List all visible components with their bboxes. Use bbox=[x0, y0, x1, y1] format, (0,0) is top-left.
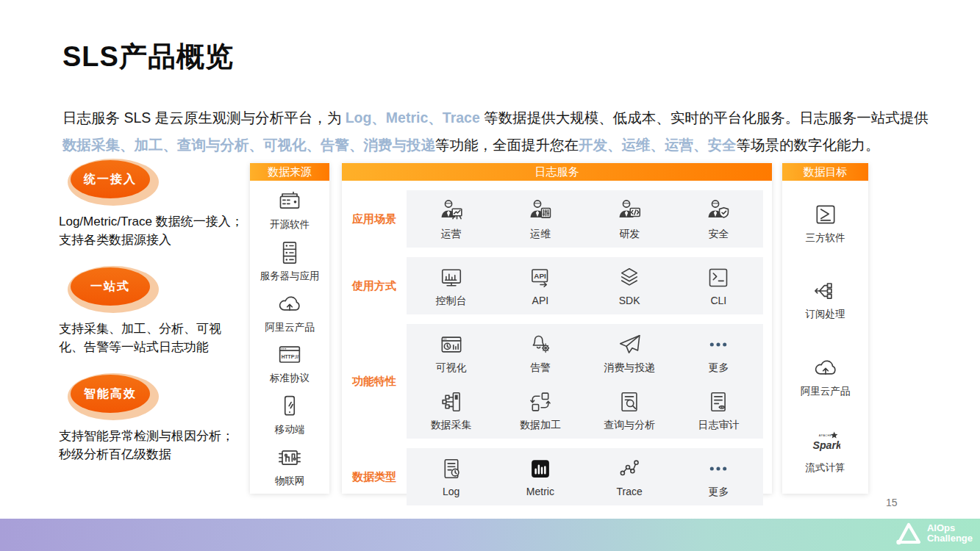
log-service-panel: 日志服务 应用场景运营运维研发安全使用方式控制台APIAPISDKCLI功能特性… bbox=[342, 163, 772, 494]
item-物联网: 物联网 bbox=[275, 443, 305, 488]
service-row-应用场景: 应用场景运营运维研发安全 bbox=[342, 190, 763, 248]
feature-badge: 一站式 bbox=[68, 266, 159, 313]
item-移动端: 移动端 bbox=[275, 392, 305, 436]
badge-label: 统一接入 bbox=[71, 160, 150, 198]
item-label: 运维 bbox=[530, 228, 551, 241]
feature-description: 支持采集、加工、分析、可视化、告警等一站式日志功能 bbox=[59, 320, 244, 356]
subscribe-icon bbox=[811, 276, 840, 306]
item-label: 告警 bbox=[530, 361, 551, 375]
metric-bars-icon bbox=[526, 455, 554, 483]
feature-smart-efficient: 智能高效 支持智能异常检测与根因分析；秒级分析百亿级数据 bbox=[59, 373, 244, 464]
item-label: SDK bbox=[619, 295, 640, 306]
item-label: 流式计算 bbox=[806, 461, 845, 475]
data-sources-list: 开源软件服务器与应用阿里云产品HTTP://标准协议移动端物联网 bbox=[250, 181, 329, 494]
radio-icon bbox=[275, 187, 304, 216]
person-shield-icon bbox=[704, 197, 732, 225]
item-运营: 运营 bbox=[407, 197, 496, 241]
item-日志审计: 日志审计 bbox=[674, 388, 763, 432]
item-label: API bbox=[532, 295, 549, 306]
item-label: 订阅处理 bbox=[806, 308, 845, 321]
feature-description: Log/Metric/Trace 数据统一接入；支持各类数据源接入 bbox=[59, 213, 244, 249]
more-dots-icon bbox=[704, 455, 732, 483]
third-party-icon bbox=[811, 200, 840, 229]
svg-text:HTTP://: HTTP:// bbox=[282, 354, 298, 359]
footer-bar: AIOps Challenge bbox=[0, 519, 980, 551]
service-row-功能特性: 功能特性可视化告警消费与投递更多数据采集数据加工查询与分析日志审计 bbox=[342, 324, 763, 439]
item-label: 数据采集 bbox=[431, 419, 472, 432]
item-订阅处理: 订阅处理 bbox=[806, 276, 845, 321]
item-查询与分析: 查询与分析 bbox=[585, 388, 674, 432]
item-label: 查询与分析 bbox=[604, 419, 655, 432]
aiops-triangle-icon bbox=[895, 522, 922, 545]
item-label: 数据加工 bbox=[520, 419, 561, 432]
cli-icon bbox=[704, 264, 732, 292]
item-label: 三方软件 bbox=[806, 231, 845, 245]
data-transform-icon bbox=[526, 388, 554, 416]
item-阿里云产品: 阿里云产品 bbox=[265, 289, 315, 334]
item-label: 标准协议 bbox=[270, 372, 310, 385]
item-告警: 告警 bbox=[496, 331, 584, 375]
item-安全: 安全 bbox=[674, 197, 763, 241]
item-label: 运营 bbox=[441, 228, 462, 241]
svg-text:Spark: Spark bbox=[812, 439, 840, 451]
item-label: CLI bbox=[710, 295, 726, 306]
item-label: 安全 bbox=[708, 228, 729, 241]
row-line: LogMetricTrace更多 bbox=[407, 455, 763, 499]
cloud-upload-icon bbox=[811, 353, 840, 383]
item-label: Metric bbox=[526, 486, 554, 497]
slide: SLS产品概览 日志服务 SLS 是云原生观测与分析平台，为 Log、Metri… bbox=[0, 0, 980, 551]
person-chart-icon bbox=[437, 197, 465, 225]
page-number: 15 bbox=[886, 497, 898, 508]
data-targets-list: 三方软件订阅处理阿里云产品SparkAPACHE流式计算 bbox=[782, 181, 868, 494]
item-label: 移动端 bbox=[275, 423, 305, 436]
item-阿里云产品: 阿里云产品 bbox=[801, 353, 851, 398]
feature-one-stop: 一站式 支持采集、加工、分析、可视化、告警等一站式日志功能 bbox=[59, 266, 244, 356]
feature-badge: 统一接入 bbox=[68, 159, 159, 206]
console-icon bbox=[437, 264, 465, 292]
paper-plane-icon bbox=[615, 331, 643, 359]
item-label: 阿里云产品 bbox=[801, 385, 851, 398]
item-label: 服务器与应用 bbox=[260, 270, 320, 283]
item-label: 更多 bbox=[708, 361, 729, 375]
item-流式计算: SparkAPACHE流式计算 bbox=[806, 430, 845, 475]
item-SDK: SDK bbox=[585, 264, 674, 308]
item-更多: 更多 bbox=[674, 455, 763, 499]
row-band: LogMetricTrace更多 bbox=[407, 448, 763, 505]
item-label: 开源软件 bbox=[270, 218, 310, 231]
badge-label: 智能高效 bbox=[71, 375, 150, 413]
more-dots-icon bbox=[704, 331, 732, 359]
feature-description: 支持智能异常检测与根因分析；秒级分析百亿级数据 bbox=[59, 428, 244, 464]
audit-doc-icon bbox=[704, 388, 732, 416]
svg-text:APACHE: APACHE bbox=[818, 434, 831, 437]
item-label: 物联网 bbox=[275, 475, 305, 488]
alert-bell-icon bbox=[526, 331, 554, 359]
api-icon: API bbox=[526, 264, 554, 292]
page-title: SLS产品概览 bbox=[62, 38, 234, 76]
item-label: Log bbox=[443, 486, 459, 497]
service-row-数据类型: 数据类型LogMetricTrace更多 bbox=[342, 448, 763, 505]
item-label: 更多 bbox=[708, 486, 729, 499]
feature-badge: 智能高效 bbox=[68, 373, 159, 420]
logo-text: AIOps Challenge bbox=[927, 523, 973, 544]
badge-label: 一站式 bbox=[71, 267, 150, 306]
row-label: 数据类型 bbox=[342, 470, 407, 484]
server-icon bbox=[275, 238, 304, 267]
intro-highlight-1: Log、Metric、Trace bbox=[346, 109, 480, 126]
row-band: 可视化告警消费与投递更多数据采集数据加工查询与分析日志审计 bbox=[407, 324, 763, 439]
data-targets-header: 数据目标 bbox=[782, 163, 868, 181]
item-运维: 运维 bbox=[496, 197, 584, 241]
log-service-rows: 应用场景运营运维研发安全使用方式控制台APIAPISDKCLI功能特性可视化告警… bbox=[342, 190, 772, 505]
intro-seg1: 日志服务 SLS 是云原生观测与分析平台，为 bbox=[62, 109, 346, 126]
row-line: 运营运维研发安全 bbox=[407, 197, 763, 241]
item-Log: Log bbox=[407, 455, 496, 499]
item-API: APIAPI bbox=[496, 264, 584, 308]
row-line: 数据采集数据加工查询与分析日志审计 bbox=[407, 388, 763, 432]
spark-icon: SparkAPACHE bbox=[811, 430, 840, 459]
item-更多: 更多 bbox=[674, 331, 763, 375]
mobile-icon bbox=[275, 392, 304, 421]
item-label: 控制台 bbox=[436, 295, 467, 308]
cloud-upload-icon bbox=[275, 289, 304, 319]
intro-highlight-2: 数据采集、加工、查询与分析、可视化、告警、消费与投递 bbox=[62, 137, 435, 153]
item-数据加工: 数据加工 bbox=[496, 388, 584, 432]
item-label: 日志审计 bbox=[698, 419, 739, 432]
